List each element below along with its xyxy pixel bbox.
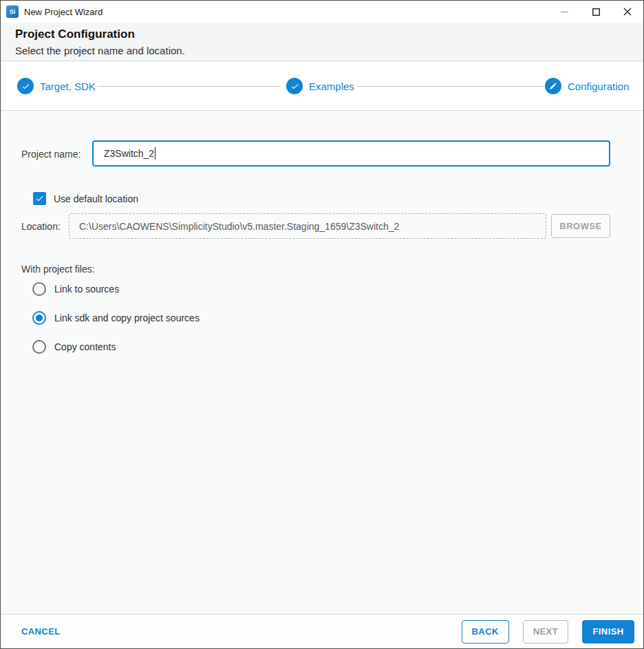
- radio-link-sdk-copy-sources[interactable]: Link sdk and copy project sources: [32, 311, 200, 325]
- step-connector: [97, 86, 281, 87]
- use-default-location-checkbox[interactable]: [33, 192, 46, 205]
- with-project-files-label: With project files:: [21, 264, 95, 275]
- window-controls: [548, 1, 643, 23]
- step-current-pencil-icon: [545, 78, 561, 94]
- titlebar[interactable]: Si New Project Wizard: [1, 1, 643, 23]
- app-icon: Si: [6, 6, 19, 18]
- maximize-icon: [592, 8, 600, 16]
- wizard-body: Project name: Z3Switch_2 Use default loc…: [1, 111, 643, 614]
- wizard-header: Project Configuration Select the project…: [1, 23, 643, 61]
- finish-button[interactable]: FINISH: [582, 620, 634, 643]
- radio-label: Copy contents: [54, 341, 116, 352]
- step-complete-check-icon: [286, 78, 303, 94]
- location-label: Location:: [21, 221, 61, 232]
- step-configuration[interactable]: Configuration: [545, 78, 629, 94]
- radio-icon: [32, 311, 46, 325]
- radio-label: Link sdk and copy project sources: [54, 312, 200, 323]
- radio-copy-contents[interactable]: Copy contents: [32, 340, 116, 354]
- new-project-wizard-window: Si New Project Wizard Project Configurat…: [0, 0, 644, 649]
- step-label: Examples: [309, 81, 354, 92]
- radio-icon: [32, 340, 46, 354]
- close-icon: [623, 8, 632, 16]
- location-value: C:\Users\CAOWENS\SimplicityStudio\v5.mas…: [79, 221, 399, 232]
- location-input[interactable]: C:\Users\CAOWENS\SimplicityStudio\v5.mas…: [69, 213, 546, 239]
- browse-button[interactable]: BROWSE: [551, 214, 610, 238]
- step-label: Target, SDK: [40, 81, 96, 92]
- project-name-input[interactable]: Z3Switch_2: [92, 140, 610, 167]
- text-caret: [155, 147, 155, 160]
- project-name-value: Z3Switch_2: [104, 148, 154, 159]
- maximize-button[interactable]: [580, 1, 612, 23]
- step-examples[interactable]: Examples: [286, 78, 354, 94]
- radio-link-to-sources[interactable]: Link to sources: [32, 282, 119, 296]
- project-name-label: Project name:: [21, 149, 80, 160]
- close-button[interactable]: [612, 1, 643, 23]
- wizard-footer: CANCEL BACK NEXT FINISH: [1, 614, 643, 648]
- minimize-icon: [561, 8, 568, 16]
- back-button[interactable]: BACK: [462, 620, 509, 643]
- step-complete-check-icon: [17, 78, 34, 94]
- use-default-location-label[interactable]: Use default location: [54, 193, 138, 204]
- radio-icon: [32, 282, 46, 296]
- radio-label: Link to sources: [54, 284, 119, 295]
- page-subtitle: Select the project name and location.: [15, 45, 643, 56]
- page-title: Project Configuration: [15, 28, 643, 41]
- app-icon-text: Si: [10, 8, 16, 15]
- step-target-sdk[interactable]: Target, SDK: [17, 78, 96, 94]
- step-connector: [357, 86, 544, 87]
- minimize-button[interactable]: [548, 1, 580, 23]
- check-icon: [35, 194, 44, 203]
- step-label: Configuration: [568, 81, 629, 92]
- wizard-stepper: Target, SDK Examples Configuration: [1, 62, 643, 111]
- next-button[interactable]: NEXT: [523, 620, 568, 643]
- cancel-button[interactable]: CANCEL: [21, 626, 61, 637]
- window-title: New Project Wizard: [24, 7, 103, 17]
